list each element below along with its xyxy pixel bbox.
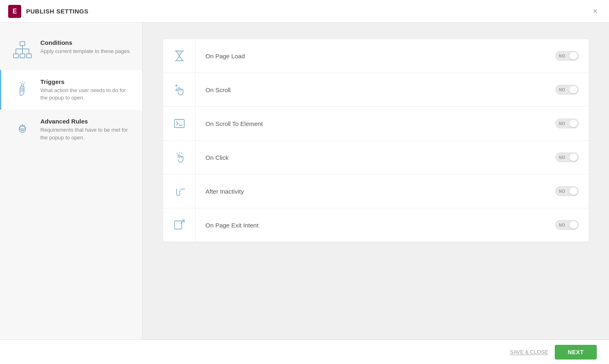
toggle-knob: [569, 154, 578, 161]
on-click-toggle[interactable]: NO: [555, 152, 579, 162]
svg-line-24: [177, 153, 178, 154]
on-click-icon-cell: [163, 141, 196, 174]
triggers-desc: What action the user needs to do for the…: [40, 87, 132, 101]
svg-rect-27: [174, 221, 182, 229]
trigger-row-on-click[interactable]: On Click NO: [163, 141, 589, 174]
hourglass-icon: [172, 49, 186, 63]
on-scroll-toggle[interactable]: NO: [555, 85, 579, 95]
conditions-title: Conditions: [40, 39, 131, 46]
advanced-rules-text: Advanced Rules Requirements that have to…: [40, 118, 132, 141]
toggle-knob: [569, 52, 578, 60]
trigger-row-on-page-exit-intent[interactable]: On Page Exit Intent NO: [163, 208, 589, 242]
toggle-knob: [569, 86, 578, 93]
toggle-knob: [569, 120, 578, 127]
after-inactivity-toggle-cell[interactable]: NO: [555, 186, 589, 196]
on-scroll-label: On Scroll: [196, 86, 555, 93]
svg-rect-20: [174, 119, 184, 128]
after-inactivity-label: After Inactivity: [196, 188, 555, 195]
svg-text:zzz: zzz: [181, 188, 185, 190]
on-page-exit-intent-icon-cell: [163, 208, 196, 242]
dialog: E PUBLISH SETTINGS ×: [0, 0, 609, 364]
triggers-icon: [11, 78, 34, 101]
main-content: On Page Load NO: [143, 23, 609, 340]
header: E PUBLISH SETTINGS ×: [0, 0, 609, 23]
svg-rect-3: [26, 54, 31, 58]
trigger-row-on-scroll-to-element[interactable]: On Scroll To Element NO: [163, 107, 589, 141]
close-button[interactable]: ×: [589, 5, 601, 18]
on-page-load-toggle-cell[interactable]: NO: [555, 51, 589, 61]
on-scroll-to-element-toggle[interactable]: NO: [555, 119, 579, 128]
sidebar-item-triggers[interactable]: Triggers What action the user needs to d…: [0, 70, 142, 110]
triggers-title: Triggers: [40, 78, 132, 85]
svg-line-11: [24, 82, 25, 83]
toggle-knob: [569, 221, 578, 229]
trigger-row-after-inactivity[interactable]: zzz After Inactivity NO: [163, 174, 589, 208]
on-scroll-to-element-toggle-cell[interactable]: NO: [555, 119, 589, 128]
after-inactivity-icon-cell: zzz: [163, 174, 196, 208]
on-page-load-label: On Page Load: [196, 53, 555, 60]
elementor-logo: E: [8, 5, 21, 18]
toggle-knob: [569, 188, 578, 195]
on-page-exit-intent-toggle-cell[interactable]: NO: [555, 220, 589, 230]
advanced-rules-title: Advanced Rules: [40, 118, 132, 125]
on-scroll-toggle-cell[interactable]: NO: [555, 85, 589, 95]
advanced-rules-desc: Requirements that have to be met for the…: [40, 126, 132, 141]
header-title: PUBLISH SETTINGS: [26, 8, 88, 15]
header-left: E PUBLISH SETTINGS: [8, 5, 88, 18]
svg-rect-2: [20, 54, 25, 58]
on-scroll-to-element-label: On Scroll To Element: [196, 120, 555, 127]
footer: SAVE & CLOSE NEXT: [0, 340, 609, 364]
conditions-text: Conditions Apply current template to the…: [40, 39, 131, 55]
conditions-icon: [11, 39, 34, 62]
terminal-icon: [172, 117, 186, 130]
save-close-button[interactable]: SAVE & CLOSE: [510, 349, 548, 355]
trigger-row-on-scroll[interactable]: On Scroll NO: [163, 73, 589, 107]
exit-arrow-icon: [172, 218, 186, 232]
trigger-row-on-page-load[interactable]: On Page Load NO: [163, 39, 589, 73]
on-page-exit-intent-label: On Page Exit Intent: [196, 222, 555, 229]
on-page-load-toggle[interactable]: NO: [555, 51, 579, 61]
svg-rect-0: [20, 42, 25, 46]
on-scroll-icon-cell: [163, 73, 196, 106]
sidebar-item-advanced-rules[interactable]: Advanced Rules Requirements that have to…: [0, 110, 142, 149]
on-click-label: On Click: [196, 154, 555, 161]
trigger-list: On Page Load NO: [163, 39, 589, 242]
click-finger-icon: [172, 150, 186, 164]
after-inactivity-toggle[interactable]: NO: [555, 186, 579, 196]
sidebar-item-conditions[interactable]: Conditions Apply current template to the…: [0, 31, 142, 70]
on-click-toggle-cell[interactable]: NO: [555, 152, 589, 162]
scroll-finger-icon: [172, 83, 186, 97]
sleeping-finger-icon: zzz: [172, 184, 186, 198]
on-scroll-to-element-icon-cell: [163, 107, 196, 140]
on-page-exit-intent-toggle[interactable]: NO: [555, 220, 579, 230]
sidebar: Conditions Apply current template to the…: [0, 23, 143, 340]
svg-line-12: [20, 82, 20, 83]
advanced-rules-icon: [11, 118, 34, 141]
body: Conditions Apply current template to the…: [0, 23, 609, 340]
conditions-desc: Apply current template to these pages.: [40, 48, 131, 55]
svg-line-23: [181, 153, 182, 154]
triggers-text: Triggers What action the user needs to d…: [40, 78, 132, 101]
next-button[interactable]: NEXT: [555, 345, 597, 360]
on-page-load-icon-cell: [163, 39, 196, 73]
svg-rect-1: [13, 54, 18, 58]
